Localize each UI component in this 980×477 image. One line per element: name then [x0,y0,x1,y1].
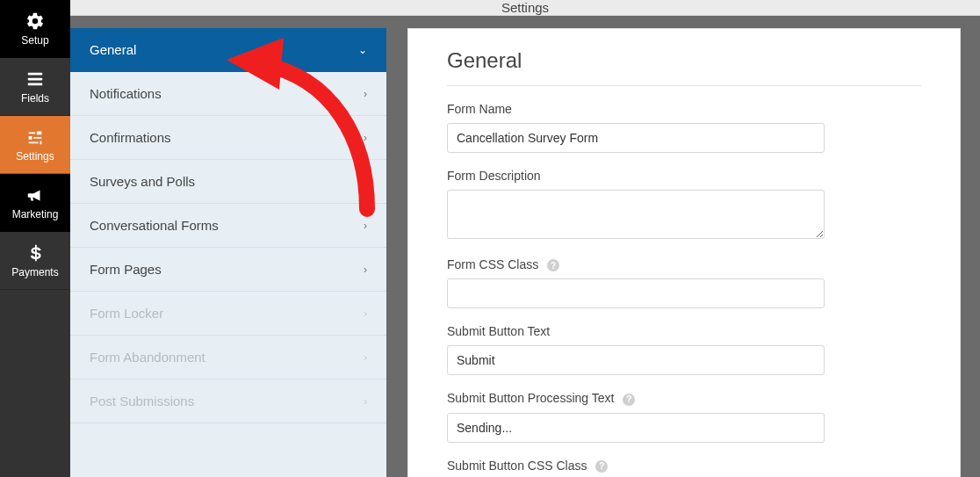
dollar-icon [25,243,45,263]
subnav-label: Surveys and Polls [90,174,195,189]
subnav-item-form-abandonment[interactable]: Form Abandonment › [70,336,386,379]
subnav-label: Form Locker [90,306,163,321]
chevron-right-icon: › [364,132,367,144]
rail-label-payments: Payments [11,266,58,278]
settings-subnav: General ⌄ Notifications › Confirmations … [70,28,386,477]
input-submit-processing[interactable] [447,413,825,443]
svg-rect-1 [28,77,43,80]
input-form-name[interactable] [447,123,825,153]
field-form-name: Form Name [447,102,921,153]
subnav-label: General [90,42,136,57]
input-form-css-class[interactable] [447,278,825,308]
chevron-down-icon: ⌄ [358,44,367,56]
rail-item-payments[interactable]: Payments [0,232,70,290]
topbar-title: Settings [501,0,549,15]
field-form-description: Form Description [447,169,921,242]
subnav-label: Conversational Forms [90,218,219,233]
input-submit-text[interactable] [447,345,825,375]
chevron-right-icon: › [364,88,367,100]
rail-item-fields[interactable]: Fields [0,58,70,116]
main-area: Settings General ⌄ Notifications › Confi… [70,0,980,477]
field-submit-processing: Submit Button Processing Text ? [447,391,921,442]
subnav-item-post-submissions[interactable]: Post Submissions › [70,379,386,423]
topbar: Settings [70,0,980,16]
subnav-item-conversational[interactable]: Conversational Forms › [70,204,386,248]
subnav-item-form-locker[interactable]: Form Locker › [70,292,386,336]
subnav-label: Form Pages [90,262,162,277]
chevron-right-icon: › [364,176,367,188]
list-icon [25,69,45,89]
label-submit-text: Submit Button Text [447,324,921,338]
general-panel: General Form Name Form Description Form … [407,28,961,477]
gear-icon [25,11,45,31]
content-row: General ⌄ Notifications › Confirmations … [70,16,980,477]
subnav-item-confirmations[interactable]: Confirmations › [70,116,386,160]
subnav-label: Confirmations [90,130,171,145]
svg-rect-2 [28,83,43,85]
chevron-right-icon: › [364,220,367,232]
chevron-right-icon: › [364,307,367,320]
help-icon[interactable]: ? [595,460,608,473]
label-form-description: Form Description [447,169,921,183]
field-submit-text: Submit Button Text [447,324,921,375]
input-form-description[interactable] [447,190,825,239]
help-icon[interactable]: ? [623,394,635,406]
rail-label-fields: Fields [21,92,49,105]
rail-item-settings[interactable]: Settings [0,116,70,174]
chevron-right-icon: › [364,351,367,364]
chevron-right-icon: › [364,264,367,276]
app-root: Setup Fields Settings Marketing Payments [0,0,980,477]
chevron-right-icon: › [364,395,367,408]
column-gap [386,16,407,477]
label-submit-processing: Submit Button Processing Text ? [447,391,921,405]
left-rail: Setup Fields Settings Marketing Payments [0,0,70,477]
label-text: Form CSS Class [447,257,538,271]
label-text: Submit Button Processing Text [447,391,614,405]
field-submit-css-class: Submit Button CSS Class ? [447,459,921,477]
svg-rect-0 [28,72,43,75]
subnav-label: Post Submissions [90,394,194,408]
subnav-label: Notifications [90,86,162,101]
panel-heading: General [447,48,921,86]
subnav-item-form-pages[interactable]: Form Pages › [70,248,386,292]
subnav-item-surveys[interactable]: Surveys and Polls › [70,160,386,204]
rail-label-setup: Setup [21,34,48,47]
rail-item-marketing[interactable]: Marketing [0,174,70,232]
subnav-label: Form Abandonment [90,350,205,365]
rail-item-setup[interactable]: Setup [0,0,70,58]
sliders-icon [25,127,45,147]
bullhorn-icon [25,185,45,205]
subnav-item-notifications[interactable]: Notifications › [70,72,386,116]
subnav-item-general[interactable]: General ⌄ [70,28,386,72]
label-submit-css-class: Submit Button CSS Class ? [447,459,921,473]
help-icon[interactable]: ? [547,259,559,271]
rail-label-marketing: Marketing [12,208,59,220]
field-form-css-class: Form CSS Class ? [447,257,921,308]
rail-label-settings: Settings [16,150,54,163]
label-form-name: Form Name [447,102,921,116]
label-form-css-class: Form CSS Class ? [447,257,921,271]
label-text: Submit Button CSS Class [447,459,587,473]
